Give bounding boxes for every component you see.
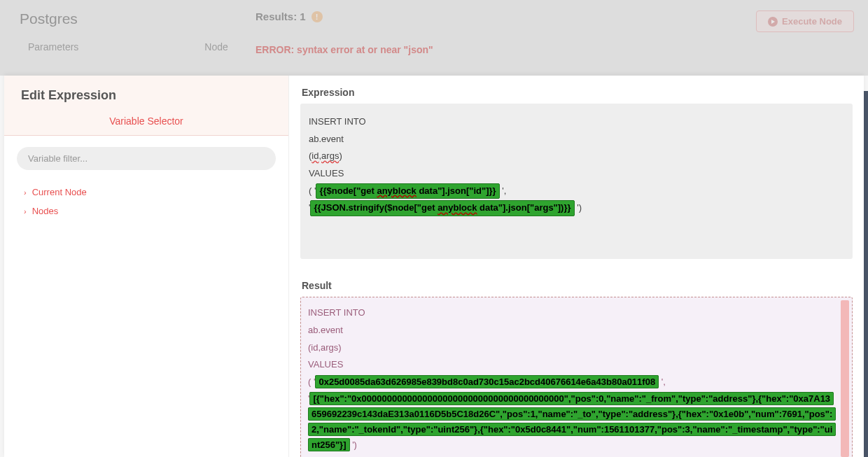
left-pane: Edit Expression Variable Selector › Curr… (4, 76, 289, 457)
result-token: [{"hex":"0x00000000000000000000000000000… (308, 392, 836, 451)
error-message: ERROR: syntax error at or near "json" (255, 44, 854, 55)
execute-node-button[interactable]: Execute Node (756, 10, 854, 32)
expression-token[interactable]: {{JSON.stringify($node["get anyblock dat… (310, 200, 574, 216)
tree-current-node-label: Current Node (32, 187, 87, 197)
right-pane: Expression INSERT INTO ab.event (id,args… (289, 76, 864, 457)
tree-nodes-label: Nodes (32, 206, 59, 216)
tree-nodes[interactable]: › Nodes (24, 202, 276, 220)
result-label: Result (302, 280, 853, 291)
result-output[interactable]: INSERT INTO ab.event (id,args) VALUES ( … (300, 297, 853, 457)
expression-editor[interactable]: INSERT INTO ab.event (id,args) VALUES ( … (300, 104, 853, 259)
results-count: Results: 1 ! (255, 10, 323, 22)
tree-current-node[interactable]: › Current Node (24, 183, 276, 202)
expression-label: Expression (302, 87, 853, 98)
warning-icon: ! (312, 11, 323, 22)
modal-title: Edit Expression (21, 88, 272, 103)
play-icon (768, 17, 778, 27)
chevron-right-icon: › (24, 207, 27, 216)
execute-node-label: Execute Node (782, 16, 842, 27)
edit-expression-modal: Edit Expression Variable Selector › Curr… (4, 76, 864, 457)
result-token: 0x25d0085da63d626985e839bd8c0ad730c15ac2… (315, 375, 659, 388)
tab-parameters[interactable]: Parameters (28, 41, 78, 52)
variable-selector-tab[interactable]: Variable Selector (21, 115, 272, 135)
expression-token[interactable]: {{$node["get anyblock data"].json["id"]}… (316, 183, 499, 199)
background-node-panel: Postgres Parameters Node Results: 1 ! Ex… (0, 0, 868, 76)
results-count-label: Results: 1 (255, 10, 306, 22)
variable-filter-input[interactable] (17, 147, 276, 170)
chevron-right-icon: › (24, 188, 27, 197)
tab-node[interactable]: Node (204, 41, 227, 52)
result-scrollbar[interactable] (841, 300, 849, 457)
